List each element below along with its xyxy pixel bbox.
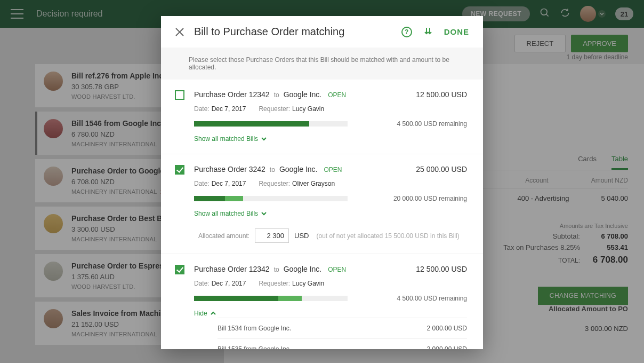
chevron-down-icon (261, 211, 267, 216)
modal-subtitle: Please select those Purchase Orders that… (161, 48, 483, 80)
modal-body: Purchase Order 12342 to Google Inc. OPEN… (161, 80, 483, 349)
show-bills-toggle[interactable]: Show all matched Bills (194, 210, 267, 217)
modal-header: Bill to Purchase Order matching ? DONE (161, 16, 483, 48)
po-progress-bar (194, 196, 348, 201)
alloc-label: Allocated amount: (198, 232, 249, 240)
po-vendor: Google Inc. (284, 90, 322, 99)
po-requester: Lucy Gavin (292, 105, 324, 113)
show-bills-toggle[interactable]: Show all matched Bills (194, 135, 267, 143)
matched-bill-row: Bill 1534 from Google Inc.2 000.00 USD (218, 318, 467, 338)
done-button[interactable]: DONE (444, 27, 469, 36)
po-vendor: Google Inc. (279, 165, 318, 173)
po-to: to (274, 266, 279, 273)
po-status: OPEN (328, 91, 346, 99)
po-checkbox[interactable] (175, 265, 184, 274)
po-progress-bar (194, 296, 348, 301)
po-requester: Lucy Gavin (292, 280, 324, 287)
po-checkbox[interactable] (175, 165, 184, 175)
po-remaining: 4 500.00 USD remaining (397, 295, 467, 302)
po-amount: 25 000.00 USD (416, 165, 467, 173)
alloc-unit: USD (294, 232, 309, 240)
allocated-amount-row: Allocated amount: USD (out of not yet al… (175, 228, 467, 243)
help-icon[interactable]: ? (401, 27, 412, 37)
po-to: to (274, 91, 279, 99)
po-progress-bar (194, 121, 348, 127)
po-requester: Oliver Grayson (292, 180, 335, 187)
po-remaining: 4 500.00 USD remaining (397, 120, 467, 128)
po-item: Purchase Order 3242 to Google Inc. OPEN … (161, 154, 483, 254)
matched-bill-row: Bill 1535 from Google Inc.2 000.00 USD (218, 338, 467, 349)
allocated-amount-input[interactable] (255, 228, 289, 243)
po-date: Dec 7, 2017 (212, 105, 246, 113)
po-status: OPEN (324, 166, 342, 173)
chevron-up-icon (211, 311, 216, 316)
sort-icon[interactable] (424, 27, 432, 37)
po-vendor: Google Inc. (284, 265, 322, 273)
po-item: Purchase Order 12342 to Google Inc. OPEN… (161, 254, 483, 349)
po-remaining: 20 000.00 USD remaining (393, 195, 467, 202)
po-checkbox[interactable] (175, 90, 184, 100)
po-status: OPEN (328, 266, 346, 273)
po-date: Dec 7, 2017 (212, 180, 246, 187)
po-amount: 12 500.00 USD (416, 90, 467, 99)
po-amount: 12 500.00 USD (416, 265, 467, 273)
close-icon[interactable] (175, 27, 184, 37)
po-name: Purchase Order 12342 (194, 265, 270, 273)
po-name: Purchase Order 12342 (194, 90, 270, 99)
chevron-down-icon (261, 136, 267, 141)
matching-modal: Bill to Purchase Order matching ? DONE P… (161, 16, 483, 349)
po-to: to (270, 166, 275, 173)
po-item: Purchase Order 12342 to Google Inc. OPEN… (161, 80, 483, 154)
alloc-note: (out of not yet allocated 15 500.00 USD … (317, 232, 460, 240)
po-name: Purchase Order 3242 (194, 165, 265, 173)
modal-title: Bill to Purchase Order matching (194, 26, 344, 38)
po-date: Dec 7, 2017 (212, 280, 246, 287)
hide-bills-toggle[interactable]: Hide (194, 310, 216, 317)
